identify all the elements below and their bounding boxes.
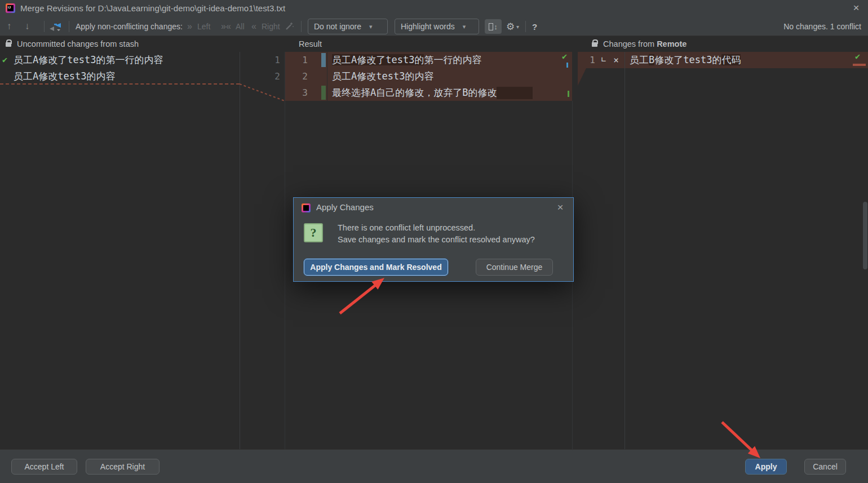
accept-change-icon[interactable]: ∟ (599, 52, 609, 68)
left-panel-header: Uncommitted changes from stash (6, 36, 139, 52)
dialog-message-line-1: There is one conflict left unprocessed. (338, 223, 475, 232)
result-line-2[interactable]: 员工A修改test3的内容 (332, 68, 433, 85)
left-panel-header-label: Uncommitted changes from stash (17, 39, 139, 48)
trailing-space-highlight (497, 87, 533, 99)
left-line-2[interactable]: 员工A修改test3的内容 (14, 68, 115, 85)
left-line-1[interactable]: 员工A修改了test3的第一行的内容 (14, 52, 163, 68)
toolbar-separator (301, 21, 302, 32)
apply-right-chevrons-icon: « (251, 17, 256, 36)
center-gutter-line-number: 1 (285, 52, 308, 68)
dialog-close-button[interactable]: × (553, 200, 568, 215)
highlight-policy-select[interactable]: Highlight words ▾ (395, 19, 479, 34)
word-diff-highlight: B (649, 54, 654, 65)
panel-divider (625, 52, 625, 449)
remote-line-1[interactable]: 员工B修改了test3的代码 (630, 52, 741, 68)
merge-revisions-window: IJ Merge Revisions for D:\JavaLearning\g… (0, 0, 868, 483)
applied-check-icon: ✔ (2, 52, 7, 68)
ignore-policy-select[interactable]: Do not ignore ▾ (308, 19, 388, 34)
error-stripe-conflict-mark (853, 64, 866, 66)
accept-left-button[interactable]: Accept Left (11, 459, 77, 475)
question-icon: ? (304, 223, 323, 242)
panel-headers: Uncommitted changes from stash Result Ch… (0, 36, 868, 52)
applied-check-icon: ✔ (855, 51, 860, 61)
vertical-arrows-icon: ↕ (494, 23, 498, 31)
chevron-down-icon: ▾ (463, 23, 466, 30)
remote-line-1-seg: 员工 (630, 54, 649, 65)
toolbar-separator (525, 21, 526, 32)
right-panel-header-emphasis: Remote (657, 39, 687, 48)
help-button[interactable]: ? (532, 17, 537, 36)
conflict-connector-dashes (240, 52, 285, 105)
title-bar: IJ Merge Revisions for D:\JavaLearning\g… (0, 0, 868, 17)
toolbar-separator (69, 21, 69, 32)
right-panel-header: Changes from Remote (592, 36, 687, 52)
change-marker-green (568, 91, 569, 97)
highlight-policy-value: Highlight words (401, 22, 455, 31)
applied-check-icon: ✔ (562, 51, 567, 61)
editor-pane-icon (489, 23, 493, 30)
ignore-policy-value: Do not ignore (314, 22, 361, 31)
center-panel-header: Result (299, 36, 322, 52)
center-panel-header-label: Result (299, 39, 322, 48)
center-gutter-line-number: 3 (285, 85, 308, 101)
cancel-button[interactable]: Cancel (804, 459, 846, 475)
gear-chevron-down-icon: ▾ (516, 17, 519, 36)
lock-icon (6, 42, 11, 47)
chevron-down-icon: ▾ (369, 23, 373, 30)
collapse-unchanged-toggle[interactable]: ↕ (485, 19, 502, 34)
ignore-change-icon[interactable]: × (611, 52, 621, 68)
result-line-3[interactable]: 最终选择A自己的修改，放弃了B的修改 (332, 85, 533, 101)
result-line-1-rest: 第一行的内容 (424, 54, 481, 65)
apply-nonconflicting-label: Apply non-conflicting changes: (76, 17, 183, 36)
settings-gear-icon[interactable]: ⚙ (506, 17, 515, 36)
window-close-button[interactable]: × (848, 0, 865, 17)
magic-resolve-icon[interactable] (284, 17, 298, 36)
apply-right-button[interactable]: Right (262, 17, 280, 36)
apply-left-chevrons-icon: » (187, 17, 192, 36)
vertical-scrollbar[interactable] (863, 202, 867, 269)
previous-change-button[interactable]: ↑ (7, 17, 20, 36)
continue-merge-button[interactable]: Continue Merge (476, 259, 553, 276)
panel-divider (240, 52, 240, 449)
apply-button[interactable]: Apply (745, 459, 787, 475)
next-change-button[interactable]: ↓ (25, 17, 38, 36)
apply-all-chevrons-icon: »« (221, 17, 231, 36)
toolbar-separator (44, 21, 45, 32)
result-line-1[interactable]: 员工A修改了test3的第一行的内容 (332, 52, 481, 68)
result-line-3-text: 最终选择A自己的修改，放弃了B的修改 (332, 87, 497, 98)
right-gutter-line-number: 1 (587, 52, 595, 68)
lock-icon (592, 42, 597, 47)
center-gutter-line-number: 2 (285, 68, 308, 85)
apply-all-nonconflicting-icon[interactable] (48, 17, 65, 36)
apply-left-button[interactable]: Left (197, 17, 210, 36)
panel-divider (285, 52, 285, 449)
changes-status-text: No changes. 1 conflict (783, 17, 861, 36)
change-marker-blue (566, 63, 568, 68)
word-diff-highlight: 员工A修改了test3的 (332, 54, 424, 65)
conflict-dashed-divider (0, 83, 240, 85)
left-change-chip[interactable] (321, 53, 326, 67)
apply-changes-dialog: Apply Changes × ? There is one conflict … (293, 197, 574, 282)
right-panel-header-label: Changes from (603, 39, 657, 48)
remote-line-1-seg: 修改了test3的 (654, 54, 721, 65)
apply-changes-and-mark-resolved-button[interactable]: Apply Changes and Mark Resolved (304, 259, 448, 276)
bottom-action-bar: Accept Left Accept Right Apply Cancel (0, 449, 868, 483)
dialog-message-line-2: Save changes and mark the conflict resol… (338, 235, 535, 244)
intellij-logo-icon: IJ (6, 3, 15, 13)
apply-all-button[interactable]: All (236, 17, 245, 36)
right-change-chip[interactable] (321, 86, 326, 100)
window-title: Merge Revisions for D:\JavaLearning\git-… (20, 0, 285, 17)
merge-toolbar: ↑ ↓ Apply non-conflicting changes: » Lef… (0, 17, 868, 36)
intellij-logo-icon (302, 203, 311, 212)
word-diff-highlight: 代码 (721, 54, 741, 65)
dialog-title: Apply Changes (316, 202, 374, 212)
accept-right-button[interactable]: Accept Right (86, 459, 160, 475)
